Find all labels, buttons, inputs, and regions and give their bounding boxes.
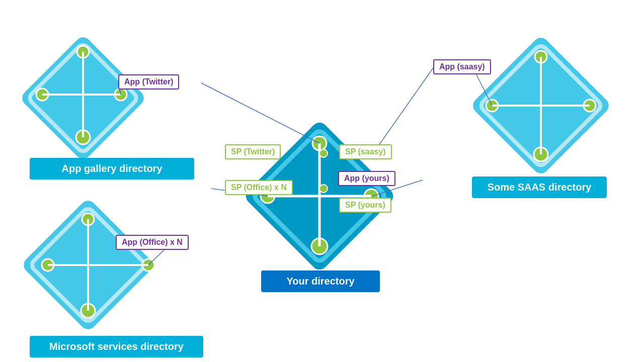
app-gallery-label: App gallery directory (30, 158, 194, 179)
svg-rect-24 (470, 35, 612, 177)
svg-point-18 (312, 136, 327, 150)
svg-rect-16 (243, 119, 396, 273)
svg-rect-9 (30, 207, 146, 323)
svg-rect-1 (28, 43, 139, 154)
svg-rect-0 (19, 34, 147, 162)
callout-sp-twitter: SP (Twitter) (225, 144, 281, 159)
callout-app-office: App (Office) x N (116, 235, 189, 250)
callout-app-yours: App (yours) (338, 171, 395, 186)
svg-line-33 (201, 83, 319, 143)
svg-point-13 (142, 259, 154, 271)
svg-point-2 (77, 46, 89, 58)
saas-label: Some SAAS directory (472, 176, 607, 198)
svg-point-27 (534, 147, 548, 161)
svg-point-5 (115, 88, 127, 101)
callout-sp-saasy: SP (saasy) (339, 144, 392, 159)
svg-point-4 (36, 88, 48, 101)
svg-rect-25 (479, 44, 603, 167)
svg-rect-8 (21, 198, 156, 333)
callout-sp-office: SP (Office) x N (225, 180, 293, 195)
svg-point-39 (319, 149, 328, 157)
svg-line-35 (371, 68, 433, 156)
callout-app-saasy: App (saasy) (433, 59, 491, 74)
callout-app-twitter: App (Twitter) (118, 74, 179, 89)
svg-point-3 (76, 130, 90, 144)
svg-point-11 (81, 304, 95, 318)
svg-point-26 (535, 51, 547, 63)
svg-point-28 (486, 100, 498, 112)
your-directory-label: Your directory (261, 270, 380, 292)
microsoft-label: Microsoft services directory (30, 336, 203, 357)
callout-sp-yours: SP (yours) (339, 198, 391, 213)
svg-point-12 (42, 259, 54, 271)
svg-point-19 (311, 238, 328, 254)
svg-point-40 (319, 185, 328, 193)
svg-point-10 (82, 213, 94, 225)
svg-point-29 (584, 100, 596, 112)
